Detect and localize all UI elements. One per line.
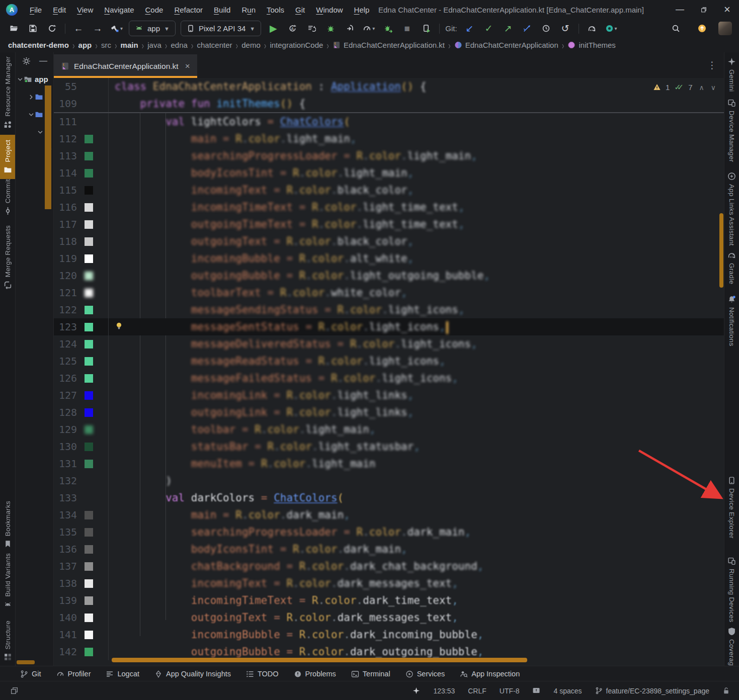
tree-row[interactable] [16, 123, 44, 141]
tool-tab-app-links-assistant[interactable]: App Links Assistant [724, 172, 739, 246]
minimize-button[interactable]: — [668, 0, 692, 19]
maximize-button[interactable] [692, 0, 715, 19]
color-swatch[interactable] [85, 562, 93, 571]
line-number[interactable]: 129 [56, 423, 77, 435]
line-number[interactable]: 140 [56, 611, 77, 624]
indent-setting[interactable]: 4 spaces [553, 687, 582, 695]
user-avatar[interactable] [718, 22, 732, 35]
tool-tab-coverage[interactable]: Coverage [724, 627, 739, 670]
menu-run[interactable]: Run [236, 4, 261, 16]
apply-code-changes-button[interactable] [302, 21, 321, 36]
line-number[interactable]: 55 [56, 80, 77, 93]
line-number[interactable]: 115 [56, 184, 77, 196]
color-swatch[interactable] [85, 169, 93, 178]
menu-refactor[interactable]: Refactor [169, 4, 208, 16]
code-line-137[interactable]: 137 chatBackground = R.color.dark_chat_b… [54, 558, 724, 575]
device-mirror-button[interactable] [417, 21, 436, 36]
line-number[interactable]: 125 [56, 355, 77, 367]
search-everywhere-button[interactable] [666, 21, 685, 36]
code-line-141[interactable]: 141 incomingBubble = R.color.dark_incomi… [54, 626, 724, 643]
menu-tools[interactable]: Tools [262, 4, 289, 16]
line-number[interactable]: 122 [56, 304, 77, 316]
menu-git[interactable]: Git [290, 4, 310, 16]
tool-tab-device-explorer[interactable]: Device Explorer [724, 476, 739, 539]
build-button[interactable]: ▾ [107, 21, 126, 36]
color-swatch[interactable] [85, 528, 93, 537]
code-line-139[interactable]: 139 incomingTimeText = R.color.dark_time… [54, 592, 724, 609]
breadcrumb-src[interactable]: src [101, 41, 111, 49]
menu-window[interactable]: Window [311, 4, 348, 16]
attach-debugger-button[interactable] [340, 21, 359, 36]
code-line-117[interactable]: 117 outgoingTimeText = R.color.light_tim… [54, 216, 724, 233]
menu-code[interactable]: Code [140, 4, 169, 16]
tree-row[interactable]: app [16, 70, 48, 88]
code-line-132[interactable]: 132 ) [54, 472, 724, 489]
tab-ednachatcenterapplication[interactable]: EdnaChatCenterApplication.kt × [54, 54, 197, 78]
editor[interactable]: 55 class EdnaChatCenterApplication : App… [54, 78, 724, 666]
line-number[interactable]: 119 [56, 252, 77, 265]
tool-tab-running-devices[interactable]: Running Devices [724, 557, 739, 623]
code-line-119[interactable]: 119 incomingBubble = R.color.alt_white, [54, 250, 724, 267]
color-swatch[interactable] [85, 289, 93, 297]
tool-tab-merge-requests[interactable]: Merge Requests [0, 225, 15, 289]
line-number[interactable]: 117 [56, 218, 77, 230]
chevron-down-icon[interactable] [28, 111, 35, 118]
line-number[interactable]: 123 [56, 321, 77, 333]
code-line-124[interactable]: 124 messageDeliveredStatus = R.color.lig… [54, 335, 724, 353]
color-swatch[interactable] [85, 272, 93, 280]
color-swatch[interactable] [85, 408, 93, 417]
debug-button[interactable] [321, 21, 340, 36]
color-swatch[interactable] [85, 135, 93, 143]
line-number[interactable]: 142 [56, 646, 77, 658]
line-number[interactable]: 118 [56, 235, 77, 247]
menu-build[interactable]: Build [209, 4, 235, 16]
sync-button[interactable] [42, 21, 61, 36]
line-number[interactable]: 111 [56, 116, 77, 128]
code-line-131[interactable]: 131 menuItem = R.color.light_main [54, 455, 724, 472]
line-number[interactable]: 120 [56, 270, 77, 282]
tool-tab-build-variants[interactable]: Build Variants [0, 553, 15, 609]
next-problem-icon[interactable]: ∨ [711, 83, 716, 92]
code-line-118[interactable]: 118 outgoingText = R.color.black_color, [54, 233, 724, 250]
sync-branches-button[interactable] [518, 21, 537, 36]
code-line-126[interactable]: 126 messageFailedStatus = R.color.light_… [54, 370, 724, 387]
line-number[interactable]: 141 [56, 629, 77, 641]
breadcrumb-initThemes[interactable]: initThemes [567, 41, 615, 49]
tool-tab-bookmarks[interactable]: Bookmarks [0, 501, 15, 548]
update-project-button[interactable]: ↙ [460, 21, 479, 36]
code-line-116[interactable]: 116 incomingTimeText = R.color.light_tim… [54, 199, 724, 216]
breadcrumb-EdnaChatCenterApplication.kt[interactable]: EdnaChatCenterApplication.kt [333, 41, 445, 49]
save-button[interactable] [23, 21, 42, 36]
code-line-113[interactable]: 113 searchingProgressLoader = R.color.li… [54, 147, 724, 164]
file-encoding[interactable]: UTF-8 [500, 687, 520, 695]
project-horizontal-scrollbar[interactable] [17, 660, 35, 664]
breadcrumb-demo[interactable]: demo [241, 41, 261, 49]
line-number[interactable]: 131 [56, 458, 77, 470]
line-separator[interactable]: CRLF [468, 687, 486, 695]
code-line-133[interactable]: 133 val darkColors = ChatColors( [54, 489, 724, 506]
line-number[interactable]: 137 [56, 560, 77, 572]
code-line-138[interactable]: 138 incomingText = R.color.dark_messages… [54, 575, 724, 592]
line-number[interactable]: 121 [56, 287, 77, 299]
update-available-button[interactable] [692, 21, 711, 36]
push-button[interactable]: ↗ [499, 21, 518, 36]
line-number[interactable]: 139 [56, 594, 77, 606]
line-number[interactable]: 133 [56, 492, 77, 504]
profile-app-button[interactable] [378, 21, 397, 36]
stop-button[interactable]: ■ [397, 21, 417, 36]
color-swatch[interactable] [85, 340, 93, 348]
line-number[interactable]: 130 [56, 441, 77, 453]
color-swatch[interactable] [85, 443, 93, 451]
tool-tab-notifications[interactable]: Notifications [724, 295, 739, 346]
code-line-130[interactable]: 130 statusBar = R.color.light_statusbar, [54, 438, 724, 455]
tool-window-app-inspection[interactable]: App Inspection [460, 670, 520, 678]
run-config-selector[interactable]: app▼ [129, 21, 176, 36]
color-swatch[interactable] [85, 357, 93, 366]
code-line-128[interactable]: 128 outgoingLink = R.color.light_links, [54, 404, 724, 421]
tool-window-switcher-icon[interactable] [0, 686, 19, 695]
color-swatch[interactable] [85, 152, 93, 160]
color-swatch[interactable] [85, 186, 93, 195]
git-branch[interactable]: feature/EC-23898_settings_page [595, 687, 709, 695]
line-number[interactable]: 112 [56, 133, 77, 145]
studio-bot-button[interactable]: ▾ [602, 21, 621, 36]
